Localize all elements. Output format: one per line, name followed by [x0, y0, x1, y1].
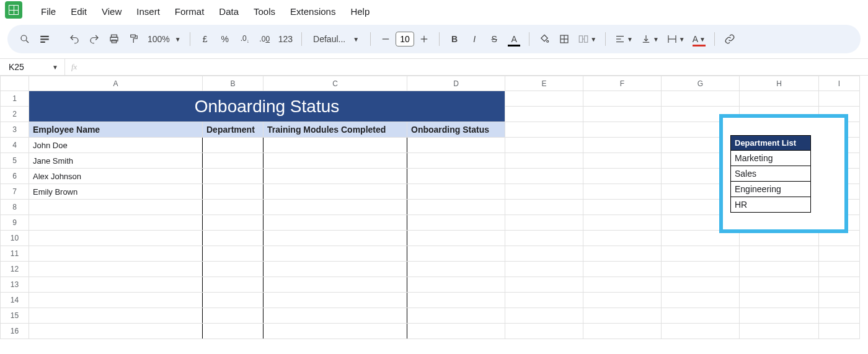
strikethrough-button[interactable]: S — [485, 30, 503, 48]
redo-icon[interactable] — [86, 30, 103, 48]
formula-input[interactable] — [83, 59, 868, 75]
cell[interactable] — [407, 169, 505, 184]
fill-color-button[interactable] — [536, 30, 553, 48]
header-cell[interactable]: Training Modules Completed — [264, 122, 407, 138]
cell[interactable] — [264, 138, 407, 153]
cell[interactable] — [583, 231, 662, 246]
row-header-9[interactable]: 9 — [1, 215, 29, 231]
cell[interactable] — [203, 277, 264, 293]
cell[interactable] — [29, 293, 203, 308]
row-header-16[interactable]: 16 — [1, 324, 29, 339]
zoom-dropdown[interactable]: 100%▼ — [145, 34, 184, 44]
cell[interactable] — [264, 200, 407, 215]
cell[interactable] — [505, 122, 583, 138]
horizontal-align-button[interactable]: ▼ — [612, 30, 636, 48]
row-header-7[interactable]: 7 — [1, 184, 29, 200]
menu-format[interactable]: Format — [167, 2, 212, 20]
cell[interactable] — [407, 308, 505, 324]
cell[interactable] — [819, 277, 860, 293]
row-header-8[interactable]: 8 — [1, 200, 29, 215]
cell[interactable] — [407, 153, 505, 169]
name-box[interactable]: K25 ▼ — [0, 62, 64, 72]
cell[interactable] — [505, 215, 583, 231]
header-cell[interactable]: Department — [203, 122, 264, 138]
col-header-I[interactable]: I — [819, 76, 860, 91]
cell[interactable] — [662, 293, 740, 308]
cell[interactable] — [662, 324, 740, 339]
text-wrap-button[interactable]: ▼ — [664, 30, 688, 48]
cell[interactable] — [583, 91, 662, 107]
cell[interactable] — [740, 277, 819, 293]
decrease-font-button[interactable] — [377, 30, 394, 48]
department-list-item[interactable]: HR — [731, 197, 811, 213]
bold-button[interactable]: B — [446, 30, 463, 48]
cell[interactable] — [407, 262, 505, 277]
cell[interactable] — [583, 324, 662, 339]
header-cell[interactable]: Onboarding Status — [407, 122, 505, 138]
cell[interactable] — [583, 215, 662, 231]
cell[interactable] — [264, 215, 407, 231]
cell[interactable] — [662, 308, 740, 324]
cell[interactable] — [505, 324, 583, 339]
text-rotation-button[interactable]: A▼ — [690, 30, 708, 48]
cell[interactable] — [819, 246, 860, 262]
row-header-5[interactable]: 5 — [1, 153, 29, 169]
cell[interactable] — [505, 277, 583, 293]
cell[interactable] — [583, 293, 662, 308]
col-header-G[interactable]: G — [662, 76, 740, 91]
cell[interactable] — [505, 91, 583, 107]
cell[interactable] — [407, 184, 505, 200]
increase-font-button[interactable] — [415, 30, 433, 48]
cell[interactable] — [740, 262, 819, 277]
cell[interactable] — [662, 262, 740, 277]
cell[interactable] — [264, 153, 407, 169]
cell[interactable] — [583, 107, 662, 122]
cell[interactable] — [29, 308, 203, 324]
header-cell[interactable]: Employee Name — [29, 122, 203, 138]
menu-data[interactable]: Data — [211, 2, 246, 20]
cell[interactable] — [583, 308, 662, 324]
cell[interactable] — [407, 324, 505, 339]
cell[interactable] — [29, 262, 203, 277]
cell[interactable] — [407, 200, 505, 215]
percent-button[interactable]: % — [216, 30, 234, 48]
cell[interactable] — [29, 231, 203, 246]
cell[interactable] — [264, 324, 407, 339]
sheets-logo[interactable] — [5, 1, 22, 19]
cell[interactable] — [203, 231, 264, 246]
cell[interactable] — [407, 277, 505, 293]
cell[interactable] — [583, 184, 662, 200]
cell[interactable] — [583, 277, 662, 293]
borders-button[interactable] — [556, 30, 573, 48]
cell[interactable] — [29, 200, 203, 215]
cell[interactable] — [203, 324, 264, 339]
cell[interactable] — [740, 308, 819, 324]
row-header-10[interactable]: 10 — [1, 231, 29, 246]
cell[interactable]: Alex Johnson — [29, 169, 203, 184]
cell[interactable] — [264, 169, 407, 184]
increase-decimal-button[interactable]: .00 — [256, 30, 273, 48]
cell[interactable] — [264, 231, 407, 246]
cell[interactable] — [203, 308, 264, 324]
menu-view[interactable]: View — [94, 2, 129, 20]
menu-tools[interactable]: Tools — [246, 2, 283, 20]
menu-help[interactable]: Help — [343, 2, 377, 20]
cell[interactable] — [29, 246, 203, 262]
cell[interactable] — [819, 262, 860, 277]
cell[interactable] — [203, 293, 264, 308]
cell[interactable] — [203, 184, 264, 200]
cell[interactable] — [203, 215, 264, 231]
paint-format-icon[interactable] — [125, 30, 143, 48]
cell[interactable] — [740, 324, 819, 339]
col-header-B[interactable]: B — [203, 76, 264, 91]
insert-link-button[interactable] — [721, 30, 738, 48]
cell[interactable] — [740, 293, 819, 308]
search-icon[interactable] — [16, 30, 33, 48]
cell[interactable] — [819, 91, 860, 107]
cell[interactable] — [29, 215, 203, 231]
cell[interactable]: Jane Smith — [29, 153, 203, 169]
cell[interactable] — [819, 324, 860, 339]
menu-extensions[interactable]: Extensions — [283, 2, 343, 20]
cell[interactable] — [819, 293, 860, 308]
cell[interactable] — [203, 153, 264, 169]
